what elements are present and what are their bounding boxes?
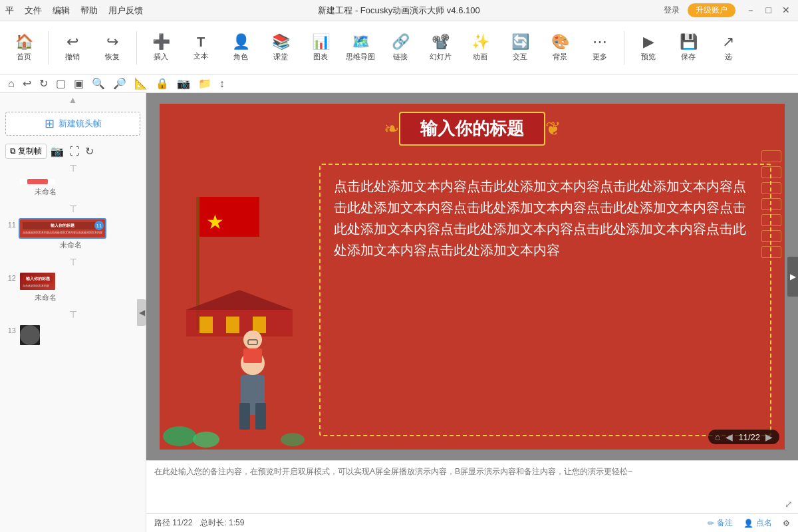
new-frame-label: 新建镜头帧 [59,118,102,130]
svg-point-18 [281,433,305,446]
scroll-up-icon[interactable]: ▲ [68,94,78,105]
copy-frame-button[interactable]: ⧉ 复制帧 [5,144,47,159]
tool-icon-lock[interactable]: 🔒 [153,76,172,91]
tool-icon-zoom-out[interactable]: 🔎 [110,76,129,91]
slide-label-10: 未命名 [35,186,57,200]
tool-insert[interactable]: ➕ 插入 [142,25,180,71]
page-home-icon[interactable]: ⌂ [715,432,720,442]
page-prev-button[interactable]: ◀ [726,432,733,442]
tool-select-label: 选 [725,52,732,62]
tool-icon-frame2[interactable]: ▣ [71,76,86,91]
slide-thumb-11[interactable]: 输入你的标题 点击此处添加文本内容点击此处添加文本内容点击此处添加文本内容 11 [19,218,106,239]
tool-icon-fit[interactable]: ↕ [217,76,227,91]
slide-thumb-10[interactable] [19,178,57,186]
rotate-frame-btn[interactable]: ↻ [84,144,95,159]
note-label: 备注 [717,517,733,529]
new-frame-button[interactable]: ⊞ 新建镜头帧 [5,112,140,136]
statusbar-left: 路径 11/22 总时长: 1:59 [154,517,244,529]
tool-select[interactable]: ↗ 选 [710,25,747,71]
svg-rect-3 [173,330,306,396]
note-expand-icon[interactable]: ⤢ [785,499,793,509]
slide11-text: 点击此处添加文本内容点击此处添加文本内容点击此处添加文本内容 [23,231,102,235]
slide-thumb-12[interactable]: 输入你的标题 点击此处添加文本内容 [19,271,57,291]
tool-icon-redo[interactable]: ↻ [37,76,51,91]
tool-save[interactable]: 💾 保存 [670,25,707,71]
menu-ping[interactable]: 平 [5,5,14,17]
page-next-button[interactable]: ▶ [765,432,773,442]
tool-more[interactable]: ⋯ 更多 [581,25,618,71]
insert-icon: ➕ [152,33,170,51]
svg-point-17 [193,432,219,448]
tool-icon-folder[interactable]: 📁 [196,76,214,91]
close-button[interactable]: ✕ [779,5,793,17]
tool-preview[interactable]: ▶ 预览 [630,25,667,71]
separator-icon-3: ⊤ [69,257,77,267]
tool-undo[interactable]: ↩ 撤销 [54,25,91,71]
tool-chart[interactable]: 📊 图表 [302,25,339,71]
slide-label-12: 未命名 [35,291,57,305]
slide-item-11[interactable]: 11 输入你的标题 点击此处添加文本内容点击此处添加文本内容点击此处添加文本内容… [0,215,146,255]
tool-icon-ruler[interactable]: 📐 [132,76,150,91]
menu-edit[interactable]: 编辑 [53,5,70,17]
tool-link[interactable]: 🔗 链接 [382,25,419,71]
slide-item-13[interactable]: 13 [0,321,146,349]
pattern-line-1 [761,150,781,162]
slide-text-content: 点击此处添加文本内容点击此处添加文本内容点击此处添加文本内容点击此处添加文本内容… [334,179,746,257]
tool-save-label: 保存 [681,52,696,62]
slide-item-12[interactable]: 12 输入你的标题 点击此处添加文本内容 未命名 [0,269,146,308]
camera-frame-btn[interactable]: 📷 [49,144,65,159]
slide-thumb-13[interactable] [19,324,41,346]
slide-item-10[interactable]: 未命名 [0,175,146,202]
svg-rect-6 [200,317,213,333]
tool-icon-undo[interactable]: ↩ [20,76,34,91]
undo-icon: ↩ [66,33,78,51]
tool-home[interactable]: 🏠 首页 [5,25,43,71]
tool-icon-zoom-in[interactable]: 🔍 [89,76,108,91]
slide13-circle [20,325,40,345]
interact-icon: 🔄 [511,33,529,51]
statusbar-settings-icon[interactable]: ⚙ [783,519,790,528]
tool-classroom[interactable]: 📚 课堂 [262,25,299,71]
tool-icon-frame1[interactable]: ▢ [53,76,68,91]
text-icon: T [197,35,205,50]
slide-title-box[interactable]: 输入你的标题 [399,112,545,146]
status-duration: 总时长: 1:59 [200,517,244,529]
window-title: 新建工程 - Focusky动画演示大师 v4.6.100 [318,5,479,17]
menu-feedback[interactable]: 用户反馈 [108,5,143,17]
svg-rect-12 [255,403,266,430]
slide-canvas[interactable]: ❧ 输入你的标题 ❦ [160,104,785,450]
right-panel: ◀ ❧ 输入你的标题 ❦ [146,93,798,532]
maximize-button[interactable]: □ [763,5,774,17]
minimize-button[interactable]: － [743,5,758,17]
name-button[interactable]: 👤 点名 [743,517,772,529]
slide-number-13: 13 [3,324,16,334]
collapse-panel-button[interactable]: ◀ [137,299,146,326]
tool-icon-camera[interactable]: 📷 [174,76,193,91]
tool-mindmap[interactable]: 🗺️ 思维导图 [342,25,379,71]
tool-icon-home[interactable]: ⌂ [5,76,17,91]
tool-redo[interactable]: ↪ 恢复 [94,25,131,71]
menu-file[interactable]: 文件 [25,5,42,17]
slide-text-box[interactable]: 点击此处添加文本内容点击此处添加文本内容点击此处添加文本内容点击此处添加文本内容… [319,164,771,436]
tool-slideshow[interactable]: 📽️ 幻灯片 [422,25,459,71]
tool-character[interactable]: 👤 角色 [222,25,259,71]
note-textarea[interactable] [146,461,798,513]
tool-mindmap-label: 思维导图 [346,52,375,62]
note-button[interactable]: ✏ 备注 [708,517,733,529]
statusbar-right: ✏ 备注 👤 点名 ⚙ [708,517,790,529]
tool-text-label: 文本 [194,51,208,61]
fullscreen-frame-btn[interactable]: ⛶ [68,144,81,159]
tool-text[interactable]: T 文本 [182,25,219,71]
main-area: ▲ ⊞ 新建镜头帧 ⧉ 复制帧 📷 ⛶ ↻ ⊤ [0,93,798,532]
canvas-nav-right-button[interactable]: ▶ [787,257,798,297]
tool-background[interactable]: 🎨 背景 [541,25,579,71]
tool-interact[interactable]: 🔄 交互 [501,25,539,71]
tool-animation[interactable]: ✨ 动画 [462,25,499,71]
upgrade-button[interactable]: 升级账户 [688,3,735,17]
animation-icon: ✨ [471,33,489,51]
slide11-title: 输入你的标题 [23,222,102,229]
login-button[interactable]: 登录 [664,5,680,16]
menu-help[interactable]: 帮助 [80,5,98,17]
left-panel: ▲ ⊞ 新建镜头帧 ⧉ 复制帧 📷 ⛶ ↻ ⊤ [0,93,146,532]
slideshow-icon: 📽️ [432,33,450,51]
